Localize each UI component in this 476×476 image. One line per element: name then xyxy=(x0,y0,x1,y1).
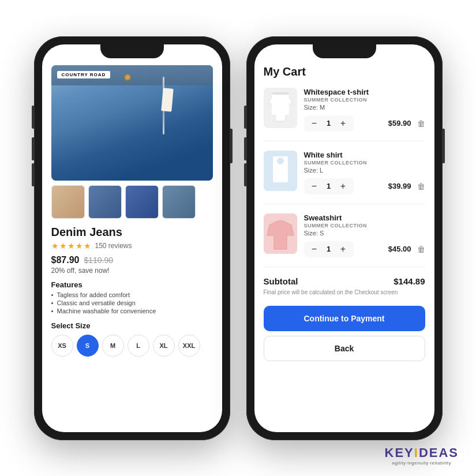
brand-tagline: agility·ingenuity·reliability xyxy=(385,460,459,466)
cart-item-3-image xyxy=(264,213,297,254)
phone-notch xyxy=(100,44,164,58)
product-main-image: COUNTRY ROAD xyxy=(51,65,213,181)
qty-decrease-1[interactable]: − xyxy=(309,118,320,129)
cart-item-2: White shirt SUMMER COLLECTION Size: L − … xyxy=(264,151,425,204)
cart-title: My Cart xyxy=(264,65,425,78)
qty-increase-1[interactable]: + xyxy=(338,118,349,129)
feature-item: Tagless for added comfort xyxy=(51,291,213,298)
subtotal-amount: $144.89 xyxy=(393,276,425,286)
delete-item-1[interactable]: 🗑 xyxy=(417,119,425,128)
thumbnail-3[interactable] xyxy=(125,185,159,219)
back-button[interactable]: Back xyxy=(264,336,425,361)
price-original: $110.90 xyxy=(84,256,113,265)
qty-value-2: 1 xyxy=(325,182,333,190)
qty-value-3: 1 xyxy=(325,245,333,253)
cart-item-3-name: Sweatshirt xyxy=(304,213,425,222)
size-xxl[interactable]: XXL xyxy=(178,335,200,357)
brand-tag: COUNTRY ROAD xyxy=(57,71,111,78)
qty-increase-2[interactable]: + xyxy=(338,181,349,192)
size-xl[interactable]: XL xyxy=(153,335,175,357)
item-price-1: $59.90 xyxy=(388,119,411,128)
qty-increase-3[interactable]: + xyxy=(338,243,349,255)
qty-decrease-2[interactable]: − xyxy=(309,181,320,192)
qty-controls-3: − 1 + xyxy=(304,241,354,257)
cart-item-2-controls: − 1 + $39.99 🗑 xyxy=(304,178,425,194)
cart-item-1: Whitespace t-shirt SUMMER COLLECTION Siz… xyxy=(264,88,425,141)
size-xs[interactable]: XS xyxy=(51,335,73,357)
item-price-row-2: $39.99 🗑 xyxy=(388,182,425,191)
feature-item: Machine washable for convenience xyxy=(51,308,213,314)
delete-item-3[interactable]: 🗑 xyxy=(417,245,425,254)
product-title: Denim Jeans xyxy=(51,226,213,239)
cart-item-1-info: Whitespace t-shirt SUMMER COLLECTION Siz… xyxy=(304,88,425,132)
stars-row: ★★★★★ 150 reviews xyxy=(51,241,213,250)
qty-decrease-3[interactable]: − xyxy=(309,243,320,255)
subtotal-row: Subtotal $144.89 xyxy=(264,276,425,286)
cart-item-1-image xyxy=(264,88,297,128)
continue-to-payment-button[interactable]: Continue to Payment xyxy=(264,306,425,331)
review-count: 150 reviews xyxy=(95,242,132,250)
cart-item-2-info: White shirt SUMMER COLLECTION Size: L − … xyxy=(304,151,425,194)
feature-list: Tagless for added comfort Classic and ve… xyxy=(51,291,213,314)
item-price-2: $39.99 xyxy=(388,182,411,190)
star-rating: ★★★★★ xyxy=(51,241,92,250)
product-screen: COUNTRY ROAD Denim Jeans ★★★★★ 150 revie… xyxy=(42,44,222,432)
cart-item-3-collection: SUMMER COLLECTION xyxy=(304,223,425,228)
subtotal-label: Subtotal xyxy=(264,276,298,286)
svg-point-3 xyxy=(277,158,284,164)
brand-name: KEYIDEAS xyxy=(385,445,459,460)
item-price-row-3: $45.00 🗑 xyxy=(388,245,425,254)
thumbnail-4[interactable] xyxy=(162,185,196,219)
size-l[interactable]: L xyxy=(128,335,149,357)
cart-item-2-collection: SUMMER COLLECTION xyxy=(304,160,425,166)
item-price-3: $45.00 xyxy=(388,245,411,253)
subtotal-note: Final price will be calculated on the Ch… xyxy=(264,288,425,297)
feature-item: Classic and versatile design xyxy=(51,299,213,306)
item-price-row-1: $59.90 🗑 xyxy=(388,119,425,128)
phone-notch xyxy=(313,44,376,58)
brand-accent: I xyxy=(414,445,419,460)
qty-controls-1: − 1 + xyxy=(304,115,354,132)
size-s[interactable]: S xyxy=(77,335,99,357)
cart-item-1-size: Size: M xyxy=(304,104,425,111)
cart-item-1-collection: SUMMER COLLECTION xyxy=(304,97,425,103)
cart-item-2-name: White shirt xyxy=(304,151,425,159)
thumbnail-1[interactable] xyxy=(51,185,85,219)
discount-text: 20% off, save now! xyxy=(51,267,213,275)
size-buttons: XS S M L XL XXL xyxy=(51,335,213,357)
cart-screen: My Cart Whitespace t-shirt SUMMER COLLEC… xyxy=(254,44,434,432)
price-current: $87.90 xyxy=(51,255,80,265)
cart-item-3-size: Size: S xyxy=(304,230,425,237)
price-row: $87.90 $110.90 xyxy=(51,255,213,265)
delete-item-2[interactable]: 🗑 xyxy=(417,182,425,191)
qty-controls-2: − 1 + xyxy=(304,178,354,194)
size-m[interactable]: M xyxy=(102,335,124,357)
thumbnail-2[interactable] xyxy=(88,185,122,219)
svg-rect-0 xyxy=(264,88,297,128)
cart-item-1-controls: − 1 + $59.90 🗑 xyxy=(304,115,425,132)
qty-value-1: 1 xyxy=(325,119,333,128)
cart-item-1-name: Whitespace t-shirt xyxy=(304,88,425,96)
right-phone: My Cart Whitespace t-shirt SUMMER COLLEC… xyxy=(246,36,443,440)
thumbnail-row xyxy=(51,185,213,219)
cart-item-3: Sweatshirt SUMMER COLLECTION Size: S − 1… xyxy=(264,213,425,267)
cart-item-2-size: Size: L xyxy=(304,167,425,174)
cart-item-3-controls: − 1 + $45.00 🗑 xyxy=(304,241,425,257)
cart-item-3-info: Sweatshirt SUMMER COLLECTION Size: S − 1… xyxy=(304,213,425,257)
cart-item-2-image xyxy=(264,151,297,191)
features-title: Features xyxy=(51,280,213,289)
watermark: KEYIDEAS agility·ingenuity·reliability xyxy=(385,445,459,466)
left-phone: COUNTRY ROAD Denim Jeans ★★★★★ 150 revie… xyxy=(34,36,230,440)
size-label: Select Size xyxy=(51,321,213,330)
